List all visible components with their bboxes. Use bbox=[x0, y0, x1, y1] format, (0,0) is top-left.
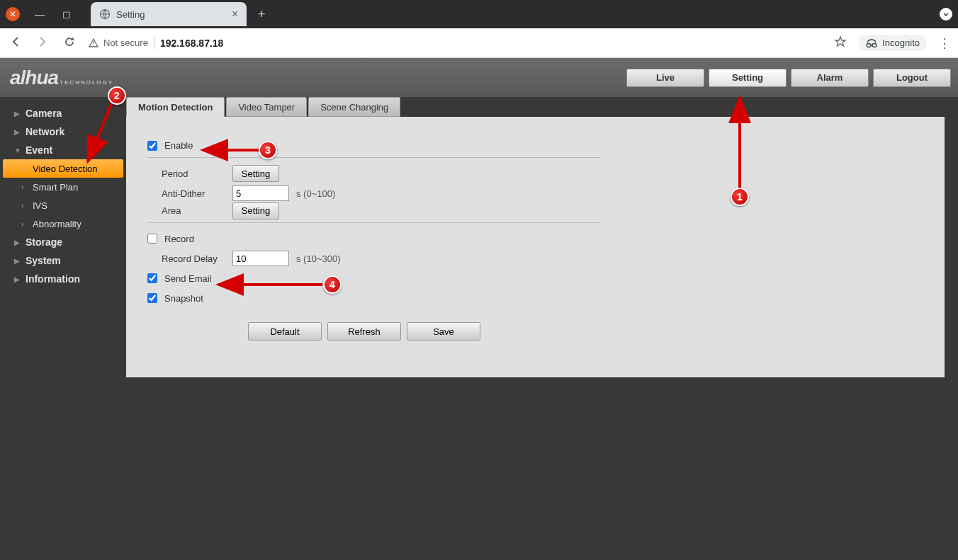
page-header: alhua TECHNOLOGY Live Setting Alarm Logo… bbox=[0, 58, 958, 97]
incognito-icon bbox=[865, 38, 878, 48]
save-button[interactable]: Save bbox=[407, 322, 480, 341]
settings-panel: Enable Period Setting Anti-Dither s (0~1… bbox=[126, 117, 945, 377]
snapshot-checkbox[interactable] bbox=[147, 293, 157, 303]
nav-setting[interactable]: Setting bbox=[709, 69, 787, 87]
separator bbox=[154, 37, 154, 50]
tab-video-tamper[interactable]: Video Tamper bbox=[226, 97, 307, 117]
send-email-label: Send Email bbox=[164, 273, 211, 284]
default-button[interactable]: Default bbox=[248, 322, 322, 341]
window-titlebar: ✕ — ◻ Setting × + bbox=[0, 0, 958, 28]
enable-label: Enable bbox=[164, 140, 193, 151]
star-icon[interactable] bbox=[834, 35, 847, 51]
chevron-right-icon: ▶ bbox=[14, 275, 21, 283]
send-email-row: Send Email bbox=[147, 268, 945, 288]
sidebar-item-smart-plan[interactable]: ›Smart Plan bbox=[0, 178, 126, 196]
area-setting-button[interactable]: Setting bbox=[232, 202, 279, 219]
svg-point-2 bbox=[93, 45, 94, 45]
chevron-right-icon: › bbox=[21, 220, 28, 228]
window-menu-icon[interactable] bbox=[940, 8, 952, 21]
new-tab-button[interactable]: + bbox=[258, 7, 266, 22]
area-row: Area Setting bbox=[147, 203, 601, 223]
chevron-right-icon: ▶ bbox=[14, 239, 21, 246]
action-buttons: Default Refresh Save bbox=[248, 322, 945, 341]
chevron-right-icon: › bbox=[21, 202, 28, 210]
record-delay-hint: s (10~300) bbox=[296, 253, 341, 264]
period-row: Period Setting bbox=[147, 164, 945, 183]
not-secure-label: Not secure bbox=[103, 38, 148, 48]
period-label: Period bbox=[147, 168, 232, 179]
window-close-button[interactable]: ✕ bbox=[6, 7, 20, 21]
sidebar-item-abnormality[interactable]: ›Abnormality bbox=[0, 215, 126, 233]
sidebar-item-network[interactable]: ▶Network bbox=[0, 122, 126, 141]
enable-checkbox[interactable] bbox=[147, 141, 157, 151]
tab-scene-changing[interactable]: Scene Changing bbox=[308, 97, 400, 117]
top-nav: Live Setting Alarm Logout bbox=[626, 69, 951, 87]
snapshot-label: Snapshot bbox=[164, 293, 203, 304]
sidebar: ▶Camera ▶Network ▼Event ›Video Detection… bbox=[0, 97, 126, 560]
tab-motion-detection[interactable]: Motion Detection bbox=[126, 97, 225, 117]
refresh-button[interactable]: Refresh bbox=[327, 322, 401, 341]
anti-dither-row: Anti-Dither s (0~100) bbox=[147, 183, 945, 203]
anti-dither-label: Anti-Dither bbox=[147, 188, 232, 199]
record-row: Record bbox=[147, 229, 945, 248]
area-label: Area bbox=[147, 205, 232, 216]
sidebar-item-video-detection[interactable]: ›Video Detection bbox=[3, 159, 123, 178]
window-controls: ✕ — ◻ bbox=[6, 7, 74, 21]
browser-tab[interactable]: Setting × bbox=[91, 2, 247, 26]
svg-point-4 bbox=[872, 43, 877, 47]
enable-row: Enable bbox=[147, 138, 601, 158]
window-minimize-button[interactable]: — bbox=[33, 7, 47, 21]
send-email-checkbox[interactable] bbox=[147, 273, 157, 283]
record-label: Record bbox=[164, 234, 194, 244]
content-area: Motion Detection Video Tamper Scene Chan… bbox=[126, 97, 958, 560]
browser-menu-icon[interactable]: ⋮ bbox=[938, 35, 951, 51]
record-delay-row: Record Delay s (10~300) bbox=[147, 248, 945, 268]
window-maximize-button[interactable]: ◻ bbox=[60, 7, 74, 21]
period-setting-button[interactable]: Setting bbox=[232, 165, 279, 182]
sidebar-item-event[interactable]: ▼Event bbox=[0, 141, 126, 159]
address-bar: Not secure 192.168.87.18 Incognito ⋮ bbox=[0, 28, 958, 58]
incognito-label: Incognito bbox=[882, 38, 920, 48]
tab-title: Setting bbox=[116, 9, 226, 20]
chevron-down-icon: ▼ bbox=[14, 147, 21, 154]
url-text: 192.168.87.18 bbox=[160, 38, 224, 49]
sidebar-item-camera[interactable]: ▶Camera bbox=[0, 104, 126, 122]
back-button[interactable] bbox=[7, 35, 24, 51]
nav-logout[interactable]: Logout bbox=[873, 69, 951, 87]
record-checkbox[interactable] bbox=[147, 234, 157, 244]
incognito-badge[interactable]: Incognito bbox=[858, 35, 927, 51]
chevron-right-icon: ▶ bbox=[14, 110, 21, 118]
record-delay-input[interactable] bbox=[232, 251, 289, 266]
snapshot-row: Snapshot bbox=[147, 288, 945, 308]
record-delay-label: Record Delay bbox=[147, 253, 232, 264]
sidebar-item-system[interactable]: ▶System bbox=[0, 251, 126, 270]
globe-icon bbox=[99, 8, 111, 20]
reload-button[interactable] bbox=[61, 35, 78, 51]
tab-close-icon[interactable]: × bbox=[232, 8, 238, 21]
forward-button[interactable] bbox=[34, 35, 51, 51]
nav-alarm[interactable]: Alarm bbox=[791, 69, 869, 87]
nav-live[interactable]: Live bbox=[626, 69, 704, 87]
tabs: Motion Detection Video Tamper Scene Chan… bbox=[126, 97, 958, 117]
not-secure-badge[interactable]: Not secure bbox=[88, 38, 148, 49]
brand-logo: alhua TECHNOLOGY bbox=[10, 67, 113, 89]
chevron-right-icon: › bbox=[21, 165, 28, 173]
chevron-right-icon: › bbox=[21, 183, 28, 191]
chevron-right-icon: ▶ bbox=[14, 257, 21, 265]
sidebar-item-storage[interactable]: ▶Storage bbox=[0, 233, 126, 251]
sidebar-item-ivs[interactable]: ›IVS bbox=[0, 196, 126, 215]
warning-icon bbox=[88, 38, 99, 49]
chevron-right-icon: ▶ bbox=[14, 128, 21, 136]
anti-dither-input[interactable] bbox=[232, 185, 289, 201]
anti-dither-hint: s (0~100) bbox=[296, 188, 335, 199]
sidebar-item-information[interactable]: ▶Information bbox=[0, 270, 126, 288]
page-content: alhua TECHNOLOGY Live Setting Alarm Logo… bbox=[0, 58, 958, 560]
svg-point-3 bbox=[867, 43, 871, 47]
address-field[interactable]: Not secure 192.168.87.18 bbox=[88, 37, 824, 50]
